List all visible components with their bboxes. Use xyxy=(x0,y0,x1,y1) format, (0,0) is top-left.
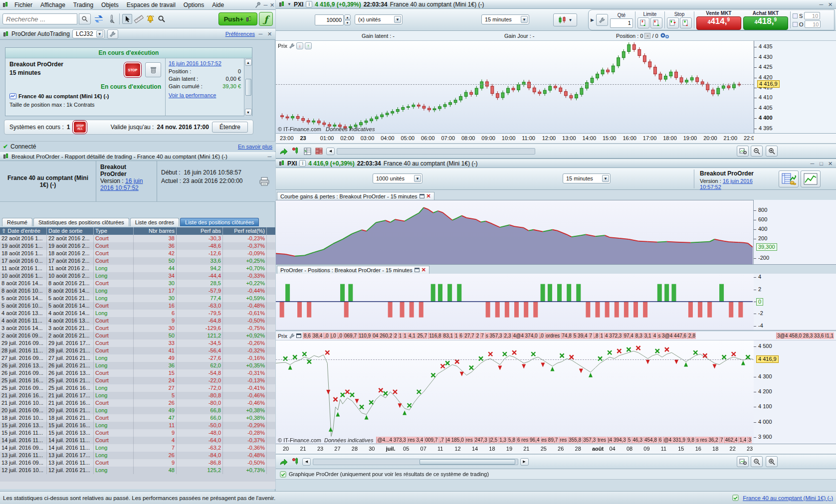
share-chart-icon[interactable] xyxy=(278,146,288,156)
buy-market-button[interactable]: 4418,9 xyxy=(743,16,788,30)
stop-system-button[interactable]: STOP xyxy=(124,62,141,77)
menu-item-fichier[interactable]: Fichier xyxy=(10,0,36,9)
table-row[interactable]: 5 août 2016 10...5 août 2016 14...Court1… xyxy=(0,302,275,310)
table-row[interactable]: 14 juil. 2016 09...14 juil. 2016 11...Lo… xyxy=(0,444,275,452)
table-row[interactable]: 13 juil. 2016 09...13 juil. 2016 11...Co… xyxy=(0,459,275,467)
probe-tool-icon[interactable] xyxy=(107,14,117,24)
table-row[interactable]: 4 août 2016 13...4 août 2016 14...Long6-… xyxy=(0,310,275,317)
ruler-tool-icon[interactable] xyxy=(134,14,144,24)
table-row[interactable]: 8 août 2016 14...8 août 2016 21...Court3… xyxy=(0,280,275,287)
info-icon[interactable]: i xyxy=(299,160,306,167)
order-qty-input[interactable] xyxy=(610,18,633,28)
limit-buy-order-icon[interactable] xyxy=(650,17,662,28)
menu-item-options[interactable]: Options xyxy=(180,0,208,9)
o-value-input[interactable] xyxy=(805,20,821,28)
table-row[interactable]: 25 juil. 2016 16...25 juil. 2016 21...Co… xyxy=(0,377,275,384)
table-row[interactable]: 12 juil. 2016 10...12 juil. 2016 21...Lo… xyxy=(0,467,275,474)
chart1-price-axis[interactable]: 4 4354 4304 4254 4204 4154 4104 4054 400… xyxy=(754,41,836,134)
candlestick-chart-area[interactable]: Prix ↓ ↑ © IT-Finance.com Données indica… xyxy=(276,41,754,134)
table-row[interactable]: 3 août 2016 14...3 août 2016 21...Court3… xyxy=(0,325,275,332)
menu-item-objets[interactable]: Objets xyxy=(97,0,123,9)
proorder-price-chart-area[interactable]: © IT-Finance.com Données indicatives @4.… xyxy=(276,340,754,444)
system-version-link[interactable]: 16 juin 2016 10:57:52 xyxy=(169,60,241,66)
zoom-window-icon[interactable] xyxy=(737,456,749,467)
chart2-hscrollbar[interactable] xyxy=(313,459,518,465)
proorder-price-axis[interactable]: 4 5004 3004 2004 1004 0003 9004 416,9 xyxy=(754,340,836,444)
chart-swap-icon[interactable] xyxy=(92,13,105,25)
tab-3[interactable]: Liste des ordres xyxy=(130,218,179,226)
zoom-window-icon[interactable] xyxy=(737,146,749,157)
settings-gears-icon[interactable] xyxy=(660,32,670,39)
zoom-tool-icon[interactable] xyxy=(157,14,167,24)
alert-bell-icon[interactable] xyxy=(145,14,155,24)
tab-4[interactable]: Liste des positions clôturées xyxy=(180,218,259,226)
stop-buy-order-icon[interactable] xyxy=(680,17,692,28)
buy-marker-icon[interactable]: ↑ xyxy=(305,42,312,49)
indicator-probe-icon[interactable] xyxy=(290,146,300,156)
limit-sell-order-icon[interactable] xyxy=(637,17,649,28)
positions-panel-tab[interactable]: ProOrder - Positions : Breakout ProOrder… xyxy=(277,266,429,274)
share-chart-icon[interactable] xyxy=(278,457,288,467)
minimize-report-window[interactable]: ─ xyxy=(266,154,273,160)
search-input[interactable] xyxy=(2,13,77,24)
table-row[interactable]: 21 juil. 2016 10...21 juil. 2016 16...Co… xyxy=(0,399,275,407)
table-row[interactable]: 13 juil. 2016 11...13 juil. 2016 17...Lo… xyxy=(0,452,275,459)
column-header[interactable]: Perf abs xyxy=(177,227,223,235)
push-button[interactable]: Push+ xyxy=(218,12,257,25)
volume-bricks-icon[interactable] xyxy=(314,146,324,156)
pane-settings-wrench-icon[interactable] xyxy=(289,43,295,49)
gains-chart-area[interactable] xyxy=(276,200,754,265)
table-row[interactable]: 17 août 2016 0...17 août 2016 2...Court5… xyxy=(0,257,275,265)
quantity-down-icon[interactable]: ▼ xyxy=(344,20,351,25)
scrollbar-thumb[interactable] xyxy=(245,79,251,96)
gains-panel-tab[interactable]: Courbe gains & pertes : Breakout ProOrde… xyxy=(277,192,434,200)
sell-market-button[interactable]: 4414,9 xyxy=(696,16,741,30)
chart2-time-axis[interactable]: 202123272830juil.0507111214181921252628a… xyxy=(276,444,754,454)
table-row[interactable]: 26 juil. 2016 13...26 juil. 2016 21...Lo… xyxy=(0,362,275,369)
chart-style-button[interactable]: ▼ xyxy=(553,13,577,26)
bottom-instrument-link[interactable]: France 40 au comptant (Mini 1€) (-) xyxy=(743,495,833,501)
scroll-right-button[interactable]: ▶ xyxy=(520,458,529,466)
table-row[interactable]: 10 août 2016 1...10 août 2016 2...Long34… xyxy=(0,272,275,280)
table-row[interactable]: 2 août 2016 09...2 août 2016 21...Court5… xyxy=(0,332,275,339)
preferences-link[interactable]: Préférences xyxy=(225,31,255,37)
table-row[interactable]: 27 juil. 2016 09...27 juil. 2016 21...Lo… xyxy=(0,354,275,362)
sell-marker-icon[interactable]: ↓ xyxy=(296,42,303,49)
s-value-input[interactable] xyxy=(804,12,820,19)
column-header[interactable]: Perf relat(%) xyxy=(223,227,267,235)
maximize-chart2[interactable]: □ xyxy=(818,161,825,167)
minimize-chart2[interactable]: ─ xyxy=(809,161,816,167)
scroll-up-button[interactable]: ▲ xyxy=(245,59,252,66)
extend-button[interactable]: Étendre xyxy=(212,122,248,133)
table-row[interactable]: 29 juil. 2016 09...29 juil. 2016 17...Co… xyxy=(0,339,275,347)
close-toolbar-button[interactable]: ✕ xyxy=(269,2,275,8)
table-row[interactable]: 28 juil. 2016 11...28 juil. 2016 21...Co… xyxy=(0,347,275,354)
close-chart1[interactable]: ✕ xyxy=(827,1,834,7)
performance-link[interactable]: Voir la performance xyxy=(169,92,241,98)
table-view-icon[interactable] xyxy=(302,146,312,156)
stop-checkbox[interactable] xyxy=(793,13,798,18)
table-row[interactable]: 11 août 2016 1...11 août 2016 2...Long44… xyxy=(0,265,275,272)
scroll-left-button[interactable]: ◀ xyxy=(326,148,335,155)
popout-icon[interactable] xyxy=(296,334,301,338)
table-row[interactable]: 18 août 2016 1...18 août 2016 2...Court4… xyxy=(0,250,275,257)
pane-settings-wrench-icon[interactable] xyxy=(289,333,295,339)
column-header[interactable]: Date de sortie xyxy=(47,227,94,235)
minimize-toolbar-button[interactable]: ─ xyxy=(262,2,269,8)
table-row[interactable]: 14 juil. 2016 11...14 juil. 2016 11...Co… xyxy=(0,437,275,444)
close-positions-panel-icon[interactable]: ✕ xyxy=(421,267,426,273)
proorder-quick-icon[interactable]: ƒ xyxy=(259,12,273,26)
zoom-out-icon[interactable] xyxy=(751,456,763,467)
table-row[interactable]: 22 août 2016 1...22 août 2016 2...Court3… xyxy=(0,235,275,242)
popout-icon[interactable] xyxy=(415,268,419,272)
table-row[interactable]: 4 août 2016 11...4 août 2016 13...Court9… xyxy=(0,317,275,325)
report-button[interactable] xyxy=(779,170,799,187)
stop-sell-order-icon[interactable] xyxy=(667,17,679,28)
search-icon[interactable] xyxy=(79,13,91,24)
menu-item-affichage[interactable]: Affichage xyxy=(36,0,69,9)
minimize-chart1[interactable]: ─ xyxy=(818,1,825,7)
table-row[interactable]: 25 juil. 2016 09...25 juil. 2016 16...Lo… xyxy=(0,384,275,392)
chart1-dropdown-icon[interactable]: ▼ xyxy=(287,2,291,6)
menu-item-espaces-de-travail[interactable]: Espaces de travail xyxy=(123,0,180,9)
close-gains-panel-icon[interactable]: ✕ xyxy=(426,193,431,199)
